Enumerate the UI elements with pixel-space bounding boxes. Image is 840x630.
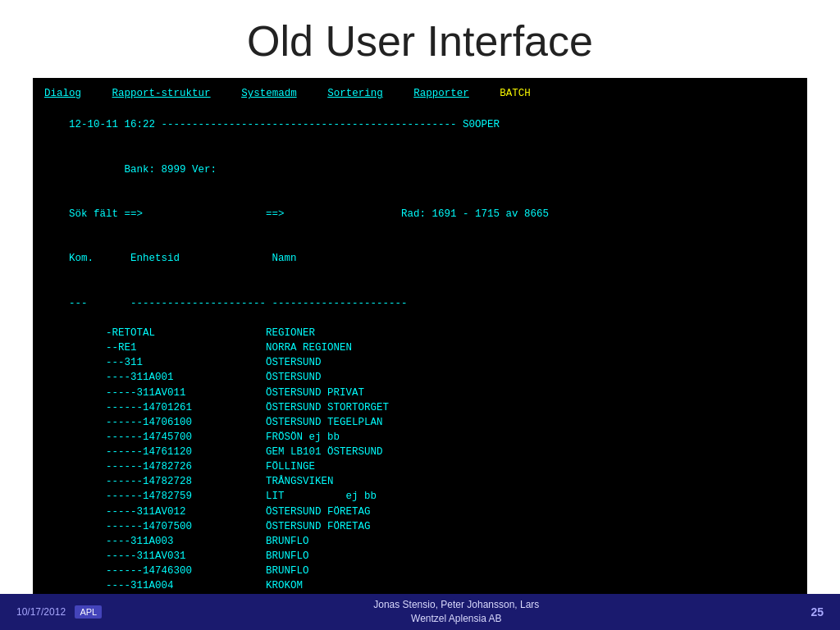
footer-center: Jonas Stensio, Peter Johansson, Lars Wen… <box>373 598 539 626</box>
menu-systemadm[interactable]: Systemadm <box>241 88 297 99</box>
menu-rapporter[interactable]: Rapporter <box>413 88 469 99</box>
table-row: -----311AV011 ÖSTERSUND PRIVAT <box>44 386 796 400</box>
page-header: Old User Interface <box>0 0 840 78</box>
terminal-screen: Dialog Rapport-struktur Systemadm Sorter… <box>33 78 807 630</box>
table-row: ------14746300 BRUNFLO <box>44 564 796 578</box>
table-row: ------14761120 GEM LB101 ÖSTERSUND <box>44 445 796 459</box>
table-row: ------14706100 ÖSTERSUND TEGELPLAN <box>44 415 796 430</box>
menu-rapport-struktur[interactable]: Rapport-struktur <box>112 88 211 99</box>
table-row: -RETOTAL REGIONER <box>44 326 796 340</box>
menu-batch: BATCH <box>500 88 531 99</box>
apl-badge: APL <box>75 605 102 619</box>
col-headers: Kom. Enhetsid Namn <box>44 236 796 281</box>
table-row: ------14782728 TRÅNGSVIKEN <box>44 474 796 489</box>
table-row: ----311A003 BRUNFLO <box>44 534 796 549</box>
footer-date-area: 10/17/2012 APL <box>16 606 102 618</box>
table-row: ------14707500 ÖSTERSUND FÖRETAG <box>44 519 796 534</box>
bank-line: Bank: 8999 Ver: <box>44 148 796 192</box>
table-row: ---311 ÖSTERSUND <box>44 355 796 370</box>
search-line: Sök fält ==> ==> Rad: 1691 - 1715 av 866… <box>44 192 796 236</box>
table-row: ------14782726 FÖLLINGE <box>44 459 796 474</box>
table-row: ----311A001 ÖSTERSUND <box>44 370 796 385</box>
table-row: ------14701261 ÖSTERSUND STORTORGET <box>44 400 796 415</box>
table-row: ------14745700 FRÖSÖN ej bb <box>44 430 796 445</box>
footer-bar: 10/17/2012 APL Jonas Stensio, Peter Joha… <box>0 594 840 630</box>
footer-line1: Jonas Stensio, Peter Johansson, Lars <box>373 598 539 612</box>
table-row: ----311A004 KROKOM <box>44 578 796 593</box>
table-row: --RE1 NORRA REGIONEN <box>44 340 796 355</box>
footer-date: 10/17/2012 <box>16 606 66 618</box>
footer-line2: Wentzel Aplensia AB <box>373 612 539 626</box>
menu-bar: Dialog Rapport-struktur Systemadm Sorter… <box>44 86 796 101</box>
table-row: ------14782759 LIT ej bb <box>44 489 796 504</box>
footer-page-number: 25 <box>810 605 824 619</box>
separator: --- ---------------------- -------------… <box>44 281 796 326</box>
data-rows: -RETOTAL REGIONER --RE1 NORRA REGIONEN -… <box>44 326 796 630</box>
table-row: -----311AV012 ÖSTERSUND FÖRETAG <box>44 504 796 519</box>
table-row: -----311AV031 BRUNFLO <box>44 549 796 564</box>
menu-sortering[interactable]: Sortering <box>327 88 383 99</box>
status-line: 12-10-11 16:22 -------------------------… <box>44 103 796 147</box>
page-title: Old User Interface <box>0 16 840 66</box>
menu-dialog[interactable]: Dialog <box>44 88 81 99</box>
